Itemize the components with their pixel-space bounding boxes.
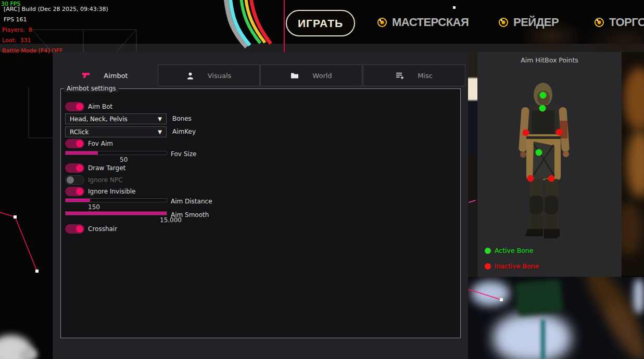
legend-label: Inactive Bone xyxy=(495,262,539,270)
playlist-add-icon xyxy=(396,72,404,80)
pistol-icon xyxy=(82,72,90,79)
aimkey-value: RClick xyxy=(70,129,89,136)
chevron-down-icon: ▼ xyxy=(158,116,162,122)
active-bone-dot-icon xyxy=(485,248,491,254)
tab-label: Aimbot xyxy=(104,72,128,80)
crosshair-toggle[interactable] xyxy=(65,224,84,234)
legend-inactive-bone: Inactive Bone xyxy=(485,262,539,270)
tab-world[interactable]: World xyxy=(260,65,362,86)
coin-icon xyxy=(377,18,387,27)
hud-loot: Loot: 331 xyxy=(2,37,31,44)
background-rust-wall xyxy=(622,52,644,276)
play-button-label: ИГРАТЬ xyxy=(298,17,343,30)
bones-value: Head, Neck, Pelvis xyxy=(70,116,128,123)
group-title: Aimbot settings xyxy=(64,85,119,92)
esp-tracer-line-top xyxy=(284,0,285,52)
aim-distance-label: Aim Distance xyxy=(171,197,212,206)
coin-icon xyxy=(499,18,508,27)
aim-smooth-slider[interactable] xyxy=(65,211,167,215)
game-screen: 30 FPS [ARC] Build (Dec 28 2025, 09:43:3… xyxy=(0,0,644,359)
tab-label: Misc xyxy=(418,72,433,80)
hitbox-point-head xyxy=(540,92,547,99)
inactive-bone-dot-icon xyxy=(485,263,491,270)
background-scene-bottom-right xyxy=(468,277,644,359)
aim-bot-label: Aim Bot xyxy=(88,102,112,111)
aimbot-settings-group: Aimbot settings Aim Bot Head, Neck, Pelv… xyxy=(60,88,461,338)
tab-label: World xyxy=(312,72,332,80)
ignore-npc-label: Ignore NPC xyxy=(88,175,123,185)
aimkey-dropdown[interactable]: RClick ▼ xyxy=(65,126,167,137)
ignore-invisible-label: Ignore Invisible xyxy=(88,187,135,196)
cheat-menu-panel: Aimbot Visuals World Misc xyxy=(53,52,468,359)
aimkey-label: AimKey xyxy=(172,127,196,136)
tab-visuals[interactable]: Visuals xyxy=(158,65,260,86)
hud-build-info: [ARC] Build (Dec 28 2025, 09:43:38) xyxy=(4,6,108,12)
hitbox-point-right-thigh xyxy=(548,175,555,182)
aim-distance-value: 150 xyxy=(88,203,100,211)
fov-aim-label: Fov Aim xyxy=(88,139,113,148)
chevron-down-icon: ▼ xyxy=(158,129,162,135)
aim-smooth-value: 15.000 xyxy=(160,216,182,224)
person-icon xyxy=(186,72,194,80)
hitbox-point-left-arm xyxy=(523,130,529,136)
hitbox-point-right-arm xyxy=(556,129,563,136)
legend-label: Active Bone xyxy=(495,247,533,254)
bones-dropdown[interactable]: Head, Neck, Pelvis ▼ xyxy=(65,113,167,124)
fov-size-value: 50 xyxy=(120,156,128,163)
hud-fps: FPS 161 xyxy=(4,16,27,23)
esp-skeleton-left xyxy=(0,206,52,278)
play-button[interactable]: ИГРАТЬ xyxy=(286,10,355,36)
draw-target-toggle[interactable] xyxy=(65,163,84,173)
menu-item-label: РЕЙДЕР xyxy=(513,16,559,29)
tab-aimbot[interactable]: Aimbot xyxy=(53,65,157,86)
legend-active-bone: Active Bone xyxy=(485,247,533,254)
hitbox-point-left-thigh xyxy=(527,175,534,182)
fov-size-slider[interactable] xyxy=(65,151,167,155)
background-gap-strip xyxy=(468,52,477,277)
character-model xyxy=(477,52,622,277)
ignore-invisible-toggle[interactable] xyxy=(65,187,84,196)
rainbow-graffiti xyxy=(219,0,292,52)
fov-aim-toggle[interactable] xyxy=(65,139,84,148)
bones-label: Bones xyxy=(172,114,192,123)
menu-item-workshop[interactable]: МАСТЕРСКАЯ xyxy=(377,14,469,31)
folder-icon xyxy=(291,72,299,79)
hitbox-panel: Aim HitBox Points xyxy=(477,52,622,277)
menu-item-label: МАСТЕРСКАЯ xyxy=(392,16,469,29)
aim-distance-slider[interactable] xyxy=(65,198,167,202)
draw-target-label: Draw Target xyxy=(88,163,125,173)
menu-item-raider[interactable]: РЕЙДЕР xyxy=(499,14,559,31)
background-light-blob-small xyxy=(20,348,37,359)
coin-icon xyxy=(595,18,604,27)
menu-item-trader[interactable]: ТОРГО xyxy=(595,14,644,31)
esp-dot-top xyxy=(453,6,456,9)
ignore-npc-toggle[interactable] xyxy=(65,175,84,185)
tab-misc[interactable]: Misc xyxy=(363,65,465,86)
crosshair-label: Crosshair xyxy=(88,224,117,234)
hud-players: Players: 8 xyxy=(2,27,32,33)
hitbox-point-neck xyxy=(539,105,546,112)
aim-bot-toggle[interactable] xyxy=(65,102,84,111)
fov-size-label: Fov Size xyxy=(171,149,196,159)
hitbox-point-pelvis xyxy=(536,149,542,156)
tab-label: Visuals xyxy=(208,72,232,80)
menu-item-label: ТОРГО xyxy=(609,16,644,29)
